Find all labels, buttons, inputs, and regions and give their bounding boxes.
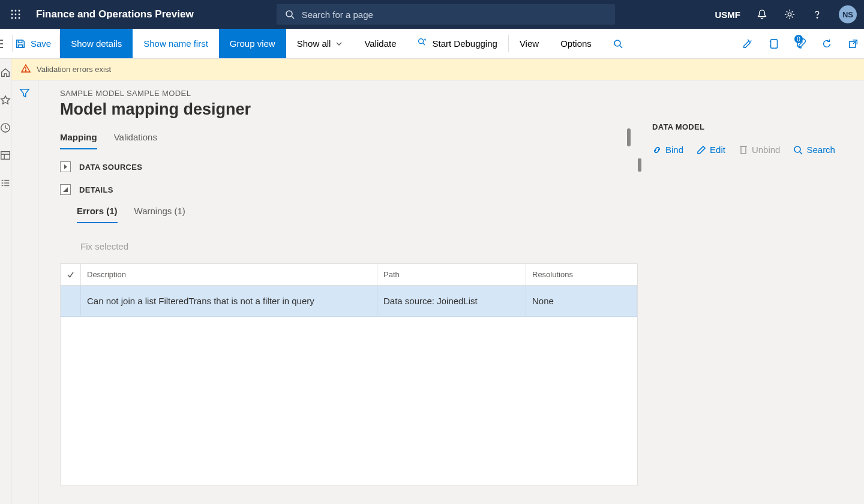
popout-icon[interactable] (841, 29, 864, 58)
svg-point-41 (794, 146, 800, 152)
attachments-icon[interactable]: 0 (788, 29, 812, 58)
global-search-input[interactable]: Search for a page (277, 4, 615, 25)
group-view-button[interactable]: Group view (219, 29, 286, 58)
content-row: SAMPLE MODEL SAMPLE MODEL Model mapping … (11, 80, 864, 504)
data-model-title: DATA MODEL (652, 122, 864, 131)
nav-toggle-icon[interactable] (0, 29, 8, 58)
page-options-icon[interactable] (762, 29, 786, 58)
grid-empty-area (61, 317, 637, 485)
svg-point-30 (614, 40, 620, 46)
nav-right-group: USMF NS (715, 5, 857, 23)
breadcrumb: SAMPLE MODEL SAMPLE MODEL (60, 89, 638, 98)
splitter-handle[interactable] (627, 128, 631, 146)
recent-icon[interactable] (0, 114, 11, 142)
unbind-button: Unbind (739, 145, 781, 155)
filter-pane-toggle[interactable] (11, 80, 38, 504)
col-resolutions[interactable]: Resolutions (526, 264, 637, 285)
view-menu-button[interactable]: View (509, 29, 550, 58)
search-button[interactable]: Search (793, 145, 835, 155)
tab-errors[interactable]: Errors (1) (77, 206, 118, 223)
warning-icon (21, 64, 31, 75)
save-button[interactable]: Save (13, 29, 59, 58)
data-model-actions: Bind Edit Unbind Search (652, 145, 864, 155)
svg-point-3 (11, 14, 13, 16)
row-checkbox[interactable] (61, 286, 81, 316)
data-sources-title: DATA SOURCES (79, 163, 142, 172)
svg-point-36 (25, 70, 26, 71)
validate-button[interactable]: Validate (353, 29, 407, 58)
global-nav: Finance and Operations Preview Search fo… (0, 0, 864, 29)
modules-icon[interactable] (0, 169, 11, 197)
svg-point-11 (788, 13, 791, 16)
validation-message-bar: Validation errors exist (11, 59, 864, 80)
command-bar: Save Show details Show name first Group … (0, 29, 864, 59)
cell-path: Data source: JoinedList (377, 286, 526, 316)
bell-icon[interactable] (756, 8, 768, 20)
svg-point-2 (19, 10, 20, 12)
show-details-button[interactable]: Show details (60, 29, 133, 58)
svg-rect-26 (18, 40, 22, 43)
svg-rect-27 (18, 44, 22, 47)
select-all-checkbox[interactable] (61, 264, 81, 285)
app-brand: Finance and Operations Preview (36, 8, 194, 20)
svg-point-8 (19, 17, 20, 19)
home-icon[interactable] (0, 59, 11, 86)
svg-line-10 (292, 16, 294, 19)
fix-selected-button[interactable]: Fix selected (80, 241, 638, 251)
left-nav-rail (0, 29, 11, 504)
svg-rect-14 (1, 152, 10, 160)
svg-point-6 (11, 17, 13, 19)
personalize-icon[interactable] (736, 29, 760, 58)
svg-line-42 (800, 152, 802, 154)
svg-point-7 (15, 17, 17, 19)
find-button[interactable] (602, 29, 634, 58)
page-tabs: Mapping Validations (60, 132, 638, 149)
svg-point-4 (15, 14, 17, 16)
splitter-collapse-icon[interactable] (638, 158, 641, 172)
gear-icon[interactable] (784, 8, 796, 20)
show-all-dropdown[interactable]: Show all (286, 29, 354, 58)
options-menu-button[interactable]: Options (550, 29, 602, 58)
tab-warnings[interactable]: Warnings (1) (134, 206, 185, 223)
svg-point-9 (286, 11, 292, 17)
tab-validations[interactable]: Validations (114, 132, 157, 149)
waffle-icon[interactable] (7, 6, 24, 23)
errors-grid: Description Path Resolutions Can not joi… (60, 263, 638, 485)
search-placeholder: Search for a page (302, 10, 373, 20)
svg-point-1 (15, 10, 17, 12)
data-model-pane: DATA MODEL Bind Edit Unbind Search (638, 80, 864, 504)
message-text: Validation errors exist (37, 65, 111, 74)
refresh-icon[interactable] (815, 29, 839, 58)
main-pane: SAMPLE MODEL SAMPLE MODEL Model mapping … (38, 80, 638, 504)
grid-row[interactable]: Can not join a list FilteredTrans that i… (61, 286, 637, 317)
details-title: DETAILS (79, 185, 113, 194)
right-action-group: 0 (736, 29, 864, 58)
details-section: DETAILS (60, 184, 638, 195)
page-title: Model mapping designer (60, 100, 638, 119)
workspaces-icon[interactable] (0, 142, 11, 169)
favorites-icon[interactable] (0, 86, 11, 114)
tab-mapping[interactable]: Mapping (60, 132, 97, 149)
data-sources-section: DATA SOURCES (60, 161, 638, 172)
help-icon[interactable] (811, 8, 823, 20)
legal-entity[interactable]: USMF (715, 10, 741, 20)
cell-resolutions: None (526, 286, 637, 316)
collapse-details-icon[interactable] (60, 184, 71, 195)
cell-description: Can not join a list FilteredTrans that i… (81, 286, 377, 316)
expand-data-sources-icon[interactable] (60, 161, 71, 172)
svg-line-31 (620, 46, 622, 48)
col-description[interactable]: Description (81, 264, 377, 285)
svg-line-29 (423, 43, 425, 45)
attachments-badge: 0 (794, 35, 803, 43)
show-name-first-button[interactable]: Show name first (133, 29, 219, 58)
bind-button[interactable]: Bind (652, 145, 683, 155)
start-debugging-button[interactable]: Start Debugging (407, 29, 508, 58)
svg-rect-39 (741, 146, 746, 154)
work-area: Save Show details Show name first Group … (11, 29, 864, 504)
col-path[interactable]: Path (377, 264, 526, 285)
grid-header: Description Path Resolutions (61, 264, 637, 286)
user-avatar[interactable]: NS (839, 5, 857, 23)
svg-point-0 (11, 10, 13, 12)
svg-point-5 (19, 14, 20, 16)
edit-button[interactable]: Edit (697, 145, 725, 155)
